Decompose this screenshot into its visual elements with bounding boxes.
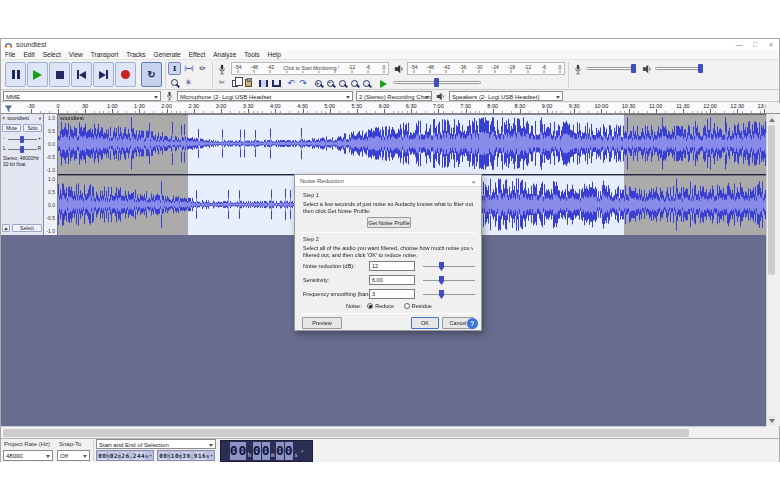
preview-button[interactable]: Preview [302,317,342,329]
playback-volume-slider[interactable] [655,67,703,70]
play-at-speed-button[interactable] [377,78,389,89]
zoom-in-button[interactable]: + [312,77,324,89]
multi-tool-button[interactable]: ✳ [182,76,195,89]
minimize-button[interactable]: — [731,39,747,50]
position-unit[interactable]: m [271,451,275,458]
playback-device-select[interactable]: Speakers (2- Logi USB Headset) [449,91,563,101]
maximize-button[interactable]: □ [747,39,763,50]
time-digit[interactable]: s [145,452,148,460]
noise-reduction-slider[interactable] [423,266,475,267]
close-button[interactable]: × [763,39,779,50]
silence-audio-button[interactable] [270,77,282,89]
recording-device-select[interactable]: Microphone (2- Logi USB Headset [177,91,353,101]
paste-button[interactable] [242,77,254,89]
field-dropdown-icon[interactable]: ▾ [210,453,213,458]
field-dropdown-icon[interactable]: ▾ [149,453,152,458]
position-unit[interactable]: s [294,451,298,458]
track-close-icon[interactable]: × [2,115,5,121]
play-speed-slider[interactable] [393,81,481,84]
frequency-smoothing-slider[interactable] [423,294,475,295]
frequency-smoothing-input[interactable]: 3 [369,289,415,299]
mute-button[interactable]: Mute [2,124,21,132]
cut-button[interactable]: ✂ [216,77,228,89]
play-speed-thumb[interactable] [434,78,439,87]
pause-button[interactable] [5,62,26,87]
track-select-button[interactable]: Select [12,224,42,232]
residue-radio[interactable]: Residue [404,303,432,309]
menu-transport[interactable]: Transport [87,50,123,60]
skip-to-start-button[interactable] [71,62,92,87]
position-digit[interactable]: 0 [230,442,238,460]
time-digit[interactable]: s [206,452,209,460]
snap-to-select[interactable]: Off [57,450,90,461]
copy-button[interactable] [229,77,241,89]
recording-volume-thumb[interactable] [631,64,636,73]
timeline-options-funnel-icon[interactable] [4,104,13,113]
position-unit[interactable]: h [248,451,252,458]
dialog-close-icon[interactable]: × [469,177,478,186]
sensitivity-slider-thumb[interactable] [439,276,444,285]
selection-start-field[interactable]: 00h02m26.244s▾ [96,450,154,461]
menu-analyze[interactable]: Analyze [209,50,240,60]
ok-button[interactable]: OK [411,317,439,329]
menu-effect[interactable]: Effect [185,50,210,60]
fit-selection-button[interactable] [336,77,348,89]
scroll-down-arrow[interactable] [768,416,775,425]
menu-help[interactable]: Help [264,50,285,60]
position-digit[interactable]: 0 [276,442,284,460]
stop-button[interactable] [49,62,70,87]
track-menu-dropdown-icon[interactable]: ▼ [38,116,42,121]
menu-file[interactable]: File [1,50,19,60]
vertical-scale-ruler[interactable]: 1.00.50.0-0.5-1.01.00.50.0-0.5-1.0 [44,114,58,235]
selection-tool-button[interactable]: I [168,62,181,75]
position-digit[interactable]: 0 [262,442,270,460]
noise-reduction-slider-thumb[interactable] [439,262,444,271]
draw-tool-button[interactable]: ✏ [196,62,209,75]
fit-project-button[interactable] [348,77,360,89]
selection-mode-select[interactable]: Start and End of Selection [96,439,216,449]
timeline-ruler[interactable]: -300301:001:302:002:303:003:304:004:305:… [1,103,766,114]
play-meter-speaker-button[interactable] [393,63,405,75]
sensitivity-slider[interactable] [423,280,475,281]
loop-button[interactable]: ↻ [141,62,162,87]
audio-host-select[interactable]: MME [3,91,161,101]
menu-tracks[interactable]: Tracks [122,50,149,60]
record-button[interactable] [115,62,136,87]
horizontal-scroll-thumb[interactable] [3,429,689,437]
position-digit[interactable]: 0 [285,442,293,460]
trim-audio-button[interactable] [257,77,269,89]
horizontal-scrollbar[interactable] [1,426,766,438]
pan-slider-thumb[interactable] [20,146,24,153]
scroll-up-arrow[interactable] [768,115,775,124]
play-button[interactable] [27,62,48,87]
zoom-tool-button[interactable] [168,76,181,89]
position-digit[interactable]: 0 [253,442,261,460]
playback-meter[interactable]: -54-48-42-36-30-24-18-12-60 [407,62,565,75]
undo-button[interactable]: ↶ [285,77,297,89]
selection-end-field[interactable]: 00h10m39.916s▾ [157,450,215,461]
get-noise-profile-button[interactable]: Get Noise Profile [367,217,411,228]
recording-meter[interactable]: Click to Start Monitoring -54-48-42-36-3… [231,62,389,75]
collapse-track-button[interactable]: ▲ [2,224,10,232]
vertical-scroll-thumb[interactable] [768,125,775,275]
menu-select[interactable]: Select [39,50,65,60]
pan-slider[interactable] [8,149,37,150]
recording-channels-select[interactable]: 2 (Stereo) Recording Chann [356,91,432,101]
playback-volume-thumb[interactable] [698,64,703,73]
sensitivity-input[interactable]: 6.00 [369,275,415,285]
dialog-title-bar[interactable]: Noise Reduction × [295,175,481,187]
reduce-radio[interactable]: Reduce [367,303,394,309]
menu-edit[interactable]: Edit [19,50,38,60]
envelope-tool-button[interactable] [182,62,195,75]
track-control-panel[interactable]: × soundtest ▼ Mute Solo - + L R Stereo, … [1,114,44,235]
vertical-scrollbar[interactable] [766,114,775,426]
menu-tools[interactable]: Tools [240,50,263,60]
help-button[interactable]: ? [467,318,478,329]
zoom-out-button[interactable]: − [324,77,336,89]
audio-position-display[interactable]: 00h00m00s▾ [220,440,313,462]
skip-to-end-button[interactable] [93,62,114,87]
solo-button[interactable]: Solo [23,124,42,132]
recording-volume-slider[interactable] [586,67,636,70]
noise-reduction-input[interactable]: 12 [369,261,415,271]
menu-view[interactable]: View [65,50,87,60]
